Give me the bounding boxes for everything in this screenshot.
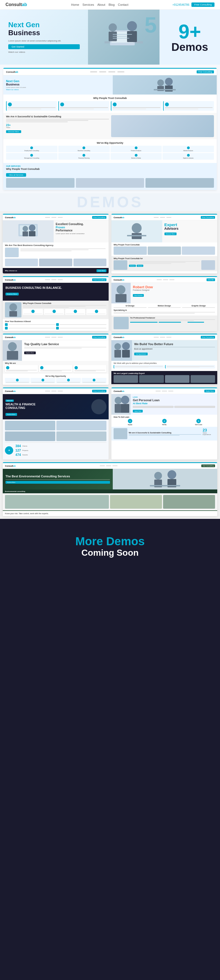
svg-point-32 <box>122 342 130 350</box>
demo-4-dark-hero: BUSINESS CONSULTING IN BALANCE. Explore … <box>3 283 108 301</box>
hero-cta-btn[interactable]: Get Started <box>8 44 80 49</box>
demo-10-btn[interactable]: Get Consulting <box>201 465 215 467</box>
free-consulting-btn[interactable]: Free Consulting <box>191 3 215 7</box>
demo-10-explore-btn[interactable]: Explore More <box>5 481 110 484</box>
demo-10-nav-items <box>100 466 118 466</box>
feature-3-text <box>8 328 55 328</box>
demo-7-appt-btn[interactable]: Get Appointment <box>134 353 148 355</box>
demo-10-n1 <box>100 466 105 466</box>
demo-4-n1 <box>45 280 50 280</box>
demo-2-card[interactable]: Consultab Free Consulting <box>3 214 108 274</box>
demo-5-card[interactable]: Consultab Hire Me Robert Dow <box>112 276 217 331</box>
demo-5-btn[interactable]: Hire Me <box>207 278 215 281</box>
demo-hero-right <box>113 75 217 94</box>
demo-7-group-img <box>112 340 132 361</box>
nav-blog[interactable]: Blog <box>108 3 115 6</box>
demo-3-btn[interactable]: Free Consulting <box>201 216 215 219</box>
demo-6-explore-btn[interactable]: Explore More <box>24 352 36 354</box>
nav-services[interactable]: Services <box>83 3 94 6</box>
step-1-icon: 1 <box>128 419 132 423</box>
demo-view-all-btn[interactable]: View all Services <box>6 173 26 177</box>
nav-about[interactable]: About <box>97 3 105 6</box>
demo-3-more-btn[interactable]: Discover More <box>164 232 177 235</box>
demo-2-bimg-3 <box>73 259 107 266</box>
demo-4-t1 <box>23 305 107 305</box>
demo-9-btn[interactable]: Apply Now <box>204 390 215 393</box>
demo-hero: Next Gen Business Lorem ipsum dolor sit … <box>3 75 217 94</box>
loan-field-1[interactable] <box>133 406 174 408</box>
svg-rect-14 <box>154 89 176 91</box>
demo-8-btn[interactable]: Free Consulting <box>92 390 107 393</box>
svg-rect-13 <box>165 86 173 92</box>
svg-rect-27 <box>115 294 126 302</box>
demo-7-btn[interactable]: Free Consulting <box>201 336 215 339</box>
feature-1-icon <box>5 323 8 326</box>
demo-2-hero: Excellent Consulting. Proven Performance… <box>3 220 108 242</box>
demo-9-num: 23 <box>202 428 215 432</box>
loan-field-2[interactable] <box>174 406 215 408</box>
svg-point-28 <box>8 342 17 351</box>
demo-3-why2-section: Why People Trust Consultab for Service S… <box>112 256 217 271</box>
opp-6-4 <box>82 378 107 383</box>
hero-desc: Lorem ipsum dolor sit amet consectetur a… <box>8 40 80 42</box>
demo-2-bimg-2 <box>39 259 72 266</box>
feature-2-text <box>60 324 107 325</box>
stat-1-num: 23+ <box>6 124 11 127</box>
demo-8-stat-1: 384 Clients <box>15 444 107 448</box>
demo-3-text-area: Service Service <box>128 260 201 270</box>
demo-8-nav-items <box>45 391 63 391</box>
demo-4-nav: Consultab Free Consulting <box>3 277 108 283</box>
nav-home[interactable]: Home <box>71 3 79 6</box>
demo-6-opp-grid <box>5 378 107 383</box>
demo-6-btn[interactable]: Free Consulting <box>92 336 107 339</box>
demo-7-logo: Consultab <box>113 336 124 339</box>
demo-5-portrait <box>112 283 131 304</box>
demo-10-env-label: Environmental consulting <box>5 490 215 492</box>
demo-2-learn-btn[interactable]: Learn More <box>97 269 107 272</box>
demo-3-title2: Advisors <box>164 227 215 231</box>
demo-8-img-1 <box>5 421 55 430</box>
opp-icon-7 <box>135 154 137 157</box>
demo-8-card[interactable]: Consultab Free Consulting WEALTH WEALTH … <box>3 388 108 460</box>
service-ui-design: UI Design <box>113 305 147 308</box>
spec-t2 <box>113 313 195 313</box>
demo-10-svg <box>144 470 186 489</box>
demo-9-apply-btn[interactable]: Apply Now <box>133 410 143 412</box>
demo-3-right-img <box>201 260 215 270</box>
demo-2-hero-img <box>3 220 54 242</box>
demo-10-gal-2 <box>110 495 162 509</box>
demo-consulting-btn[interactable]: Free Consulting <box>197 70 214 73</box>
demo-3-card[interactable]: Consultab Free Consulting <box>112 214 217 274</box>
watch-video-link[interactable]: Watch our videos <box>8 51 80 53</box>
skills-bars <box>130 322 215 323</box>
demo-10-card[interactable]: Consultab Get Consulting The Best Enviro… <box>3 462 217 516</box>
demo-8-explore-btn[interactable]: Explore More <box>5 413 17 416</box>
demo-2-btn[interactable]: Free Consulting <box>92 216 107 219</box>
service-graphic-label: Graphic Design <box>182 305 215 307</box>
svg-point-10 <box>157 80 164 86</box>
page-wrapper: Consultab Home Services About Blog Conta… <box>0 0 220 574</box>
opp-6-4-text <box>83 382 105 383</box>
demo-2-list-2 <box>20 250 89 250</box>
demo-9-logo: Consultab <box>113 390 124 393</box>
demo-7-card[interactable]: Consultab Free Consulting <box>112 334 217 385</box>
demo-9-card[interactable]: Consultab Apply Now <box>112 388 217 460</box>
leader-img-4 <box>191 375 215 383</box>
hero-right: 5 <box>88 10 159 65</box>
demo-3-img-3 <box>182 247 215 255</box>
demo-cards-row <box>6 101 214 111</box>
demo-4-btn[interactable]: Free Consulting <box>92 278 107 281</box>
demo-5-n1 <box>157 280 162 280</box>
demo-5-portfolio-btn[interactable]: View Portfolio <box>133 294 144 297</box>
demo-8-stats-area: ★ 384 Clients 127 Projects 474 <box>5 442 107 458</box>
demo-4-t2 <box>23 306 86 307</box>
nav-contact[interactable]: Contact <box>118 3 128 6</box>
demo-watch-video[interactable]: Watch our videos <box>6 89 110 91</box>
demo-3-nav: Consultab Free Consulting <box>112 215 217 220</box>
demo-4-explore-btn[interactable]: Explore More <box>5 293 19 296</box>
demo-4-card[interactable]: Consultab Free Consulting BUSINESS CONSU… <box>3 276 108 331</box>
demo-7-book-label: Book an appointment <box>134 348 215 350</box>
demo-discover-btn[interactable]: Discover More <box>6 130 21 133</box>
demo-6-card[interactable]: Consultab Free Consulting Top Quali <box>3 334 108 385</box>
number-overlay: 5 <box>145 13 157 38</box>
